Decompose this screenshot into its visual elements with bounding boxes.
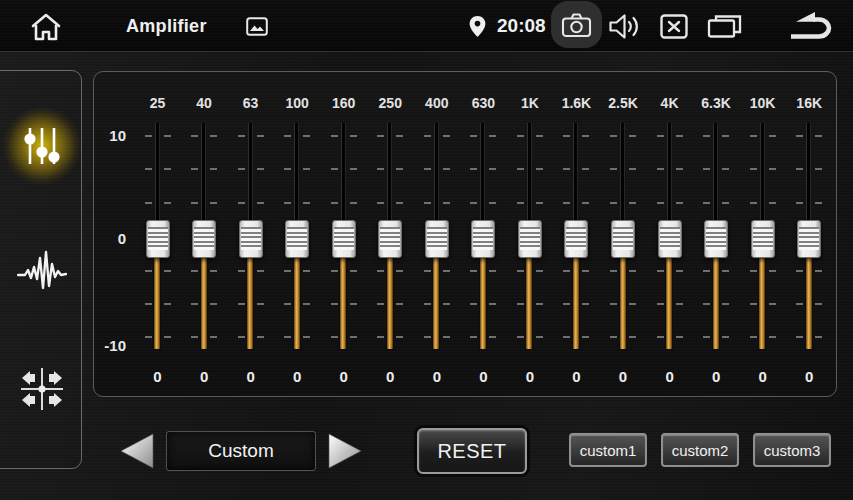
location-icon [468, 15, 487, 38]
tick-mark [284, 168, 291, 170]
eq-slider-fill [713, 257, 719, 349]
knob-grip-stripes [473, 227, 493, 250]
camera-icon [561, 12, 592, 38]
knob-grip-stripes [799, 227, 819, 250]
preset-custom3-button[interactable]: custom3 [753, 433, 831, 467]
eq-slider-fill [294, 257, 300, 349]
back-icon[interactable] [786, 11, 832, 42]
tick-mark [582, 336, 589, 338]
recent-apps-icon[interactable] [706, 13, 743, 40]
equalizer-panel: 10 0 -10 250400630100016002500400063001K… [93, 71, 837, 397]
tick-mark [238, 270, 245, 272]
tick-mark [517, 168, 524, 170]
eq-band-value: 0 [274, 368, 320, 385]
screenshot-camera-button[interactable] [551, 1, 602, 48]
eq-slider-knob[interactable] [332, 220, 356, 258]
tick-mark [191, 202, 198, 204]
scale-label-zero: 0 [94, 230, 126, 247]
tick-mark [657, 135, 664, 137]
eq-slider-knob[interactable] [564, 220, 588, 258]
tick-mark [703, 135, 710, 137]
eq-slider-fill [340, 257, 346, 349]
preset-custom2-button[interactable]: custom2 [661, 433, 739, 467]
eq-band-column: 630 [228, 72, 274, 398]
tick-mark [303, 270, 310, 272]
tick-mark [722, 168, 729, 170]
tick-mark [563, 202, 570, 204]
eq-slider-knob[interactable] [378, 220, 402, 258]
preset-custom1-button[interactable]: custom1 [569, 433, 647, 467]
eq-band-value: 0 [228, 368, 274, 385]
tick-mark [750, 270, 757, 272]
eq-slider-fill [526, 257, 532, 349]
tick-mark [722, 303, 729, 305]
close-window-icon[interactable] [660, 14, 688, 39]
tick-mark [145, 202, 152, 204]
right-arrow-icon [327, 432, 363, 470]
tick-mark [563, 336, 570, 338]
tick-mark [676, 270, 683, 272]
eq-band-column: 1000 [274, 72, 320, 398]
tick-mark [424, 168, 431, 170]
tick-mark [443, 270, 450, 272]
tick-mark [769, 303, 776, 305]
eq-band-value: 0 [600, 368, 646, 385]
tick-mark [350, 202, 357, 204]
home-icon[interactable] [30, 12, 62, 42]
tick-mark [815, 270, 822, 272]
tick-mark [470, 202, 477, 204]
clock-text: 20:08 [497, 0, 546, 52]
preset-next-button[interactable] [327, 432, 363, 470]
tick-mark [769, 202, 776, 204]
tick-mark [303, 336, 310, 338]
eq-slider-knob[interactable] [239, 220, 263, 258]
tick-mark [424, 336, 431, 338]
sidebar-item-balance-fader[interactable] [14, 361, 70, 417]
image-icon[interactable] [246, 17, 268, 36]
tick-mark [303, 135, 310, 137]
tick-mark [331, 303, 338, 305]
eq-slider-knob[interactable] [285, 220, 309, 258]
tick-mark [350, 135, 357, 137]
tick-mark [750, 168, 757, 170]
eq-band-frequency-label: 1K [507, 95, 553, 111]
knob-grip-stripes [334, 227, 354, 250]
eq-slider-knob[interactable] [518, 220, 542, 258]
eq-band-value: 0 [507, 368, 553, 385]
tick-mark [629, 303, 636, 305]
tick-mark [164, 135, 171, 137]
tick-mark [489, 336, 496, 338]
tick-mark [210, 202, 217, 204]
sidebar-item-equalizer[interactable] [14, 118, 70, 174]
eq-slider-knob[interactable] [797, 220, 821, 258]
eq-slider-knob[interactable] [704, 220, 728, 258]
tick-mark [629, 202, 636, 204]
tick-mark [610, 336, 617, 338]
tick-mark [610, 303, 617, 305]
knob-grip-stripes [613, 227, 633, 250]
sidebar-item-sound-effects[interactable] [14, 241, 70, 297]
tick-mark [657, 303, 664, 305]
eq-band-value: 0 [693, 368, 739, 385]
preset-prev-button[interactable] [119, 432, 155, 470]
tick-mark [350, 336, 357, 338]
tick-mark [164, 336, 171, 338]
tick-mark [769, 270, 776, 272]
tick-mark [582, 270, 589, 272]
preset-selector[interactable]: Custom [166, 431, 316, 471]
reset-button[interactable]: RESET [417, 428, 527, 474]
eq-band-frequency-label: 250 [367, 95, 413, 111]
eq-slider-knob[interactable] [192, 220, 216, 258]
eq-slider-knob[interactable] [425, 220, 449, 258]
tick-mark [350, 270, 357, 272]
waveform-icon [17, 248, 67, 290]
tick-mark [489, 135, 496, 137]
eq-slider-knob[interactable] [146, 220, 170, 258]
tick-mark [796, 202, 803, 204]
eq-slider-knob[interactable] [471, 220, 495, 258]
volume-icon[interactable] [608, 13, 642, 40]
tick-mark [164, 270, 171, 272]
eq-slider-knob[interactable] [611, 220, 635, 258]
eq-slider-knob[interactable] [751, 220, 775, 258]
eq-slider-knob[interactable] [658, 220, 682, 258]
